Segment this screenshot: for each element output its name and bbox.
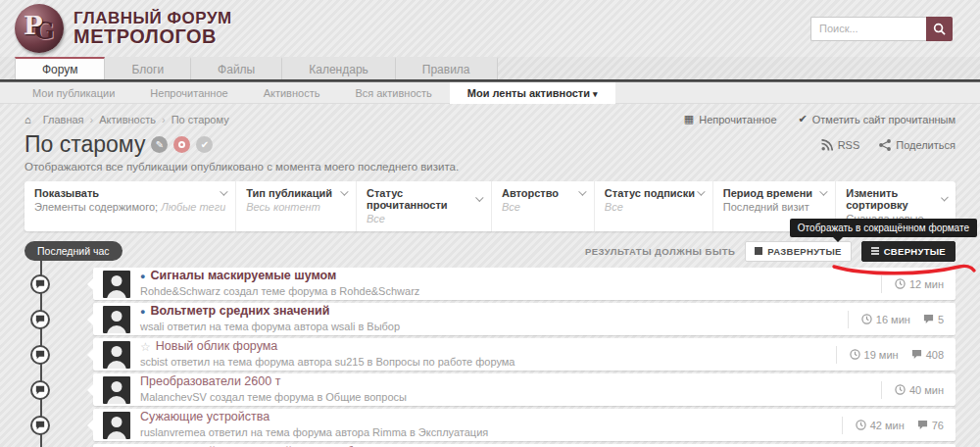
tab-calendar[interactable]: Календарь <box>282 57 396 79</box>
clock-icon <box>895 384 906 395</box>
subnav-activity[interactable]: Активность <box>246 87 338 99</box>
primary-tab-bar: Форум Блоги Файлы Календарь Правила <box>0 57 980 79</box>
topic-link[interactable]: Сигналы маскируемые шумом <box>150 269 336 284</box>
activity-description: wsali ответил на тема форума автора wsal… <box>140 321 400 334</box>
chevron-down-icon <box>697 187 705 195</box>
divider <box>848 311 849 328</box>
comment-count[interactable]: 5 <box>923 314 944 325</box>
activity-card: Сужающие устройства ruslanvremea ответил… <box>93 409 956 441</box>
comment-icon <box>923 314 934 324</box>
activity-row: Сужающие устройства ruslanvremea ответил… <box>93 409 956 441</box>
avatar[interactable] <box>103 376 130 404</box>
chevron-down-icon <box>819 187 827 195</box>
comment-bubble-icon <box>30 274 50 294</box>
rss-icon <box>821 139 833 151</box>
comment-icon <box>911 349 922 360</box>
timestamp: 19 мин <box>850 349 899 361</box>
top-actions: ▦ Непрочитанное ✔ Отметить сайт прочитан… <box>684 113 956 125</box>
condensed-format-button[interactable]: СВЕРНУТЫЕ <box>861 241 956 262</box>
site-header: G Р ГЛАВНЫЙ ФОРУМ МЕТРОЛОГОВ <box>0 0 980 57</box>
clock-icon <box>850 349 860 360</box>
timestamp: 40 мин <box>895 384 944 396</box>
divider <box>836 346 837 364</box>
search-input[interactable] <box>810 17 926 41</box>
activity-description: scbist ответил на тема форума автора su2… <box>140 356 514 370</box>
activity-card: Преобразователи 2600 т MalanchevSV созда… <box>93 373 956 406</box>
unread-content-link[interactable]: ▦ Непрочитанное <box>684 113 777 125</box>
search-button[interactable] <box>926 17 953 41</box>
page-title-row: По старому ✎ ✔ RSS Поделиться <box>24 131 956 158</box>
avatar[interactable] <box>103 412 130 439</box>
subnav-unread[interactable]: Непрочитанное <box>132 87 245 99</box>
chevron-down-icon <box>220 187 227 195</box>
share-link[interactable]: Поделиться <box>879 139 956 151</box>
clock-icon <box>856 420 866 430</box>
tab-files[interactable]: Файлы <box>191 57 282 79</box>
filter-follow-status[interactable]: Статус подписки Все <box>594 181 712 231</box>
comment-count[interactable]: 408 <box>911 349 944 361</box>
logo-sphere-icon: G Р <box>15 4 64 53</box>
topic-link[interactable]: Вольтметр средних значений <box>150 304 329 320</box>
activity-row: Преобразователи 2600 т MalanchevSV созда… <box>93 373 956 406</box>
timestamp: 16 мин <box>861 314 910 325</box>
secondary-nav: Мои публикации Непрочитанное Активность … <box>0 82 980 104</box>
comment-bubble-icon <box>30 380 50 400</box>
tab-forum[interactable]: Форум <box>15 57 105 79</box>
breadcrumb-activity[interactable]: Активность <box>99 114 156 125</box>
topic-link[interactable]: Новый облик форума <box>156 339 278 355</box>
unread-dot-icon[interactable]: ● <box>140 273 145 281</box>
topic-link[interactable]: Сужающие устройства <box>140 410 270 425</box>
unfollow-stream-icon[interactable] <box>173 136 190 153</box>
edit-stream-icon[interactable]: ✎ <box>151 136 168 153</box>
chevron-down-icon <box>340 187 348 195</box>
comment-bubble-icon <box>30 310 50 329</box>
subnav-my-posts[interactable]: Мои публикации <box>15 87 132 99</box>
unread-dot-icon[interactable]: ● <box>140 308 145 317</box>
site-logo[interactable]: G Р ГЛАВНЫЙ ФОРУМ МЕТРОЛОГОВ <box>15 4 232 53</box>
mark-site-read-link[interactable]: ✔ Отметить сайт прочитанным <box>799 113 956 125</box>
divider <box>881 275 882 293</box>
tab-rules[interactable]: Правила <box>396 57 498 79</box>
timestamp: 42 мин <box>856 420 905 431</box>
chevron-down-icon <box>941 194 949 202</box>
breadcrumb-separator: › <box>90 114 94 125</box>
search-bar <box>810 17 953 41</box>
condensed-tooltip: Отображать в сокращённом формате <box>790 219 977 237</box>
chevron-down-icon <box>476 194 484 202</box>
comment-count[interactable]: 76 <box>917 420 944 431</box>
default-stream-icon[interactable]: ✔ <box>196 136 213 153</box>
filter-read-status[interactable]: Статус прочитанности Все <box>356 181 491 231</box>
avatar[interactable] <box>103 271 130 298</box>
breadcrumb-row: ⌂ Главная › Активность › По старому ▦ Не… <box>24 113 956 125</box>
divider <box>881 381 882 399</box>
rss-link[interactable]: RSS <box>821 139 860 151</box>
filter-content-type[interactable]: Тип публикаций Весь контент <box>235 181 356 231</box>
home-icon[interactable]: ⌂ <box>24 114 31 125</box>
comment-bubble-icon <box>30 416 50 435</box>
logo-line1: ГЛАВНЫЙ ФОРУМ <box>74 10 232 27</box>
chevron-down-icon: ▾ <box>593 89 598 99</box>
clock-icon <box>895 278 906 289</box>
grid-icon: ▦ <box>684 113 694 125</box>
activity-stream: Последний час РЕЗУЛЬТАТЫ ДОЛЖНЫ БЫТЬ РАЗ… <box>24 239 956 447</box>
star-icon[interactable]: ☆ <box>140 341 151 353</box>
breadcrumb-home[interactable]: Главная <box>43 114 84 125</box>
avatar[interactable] <box>103 306 130 333</box>
chevron-down-icon <box>578 187 586 195</box>
topic-link[interactable]: Преобразователи 2600 т <box>140 374 280 390</box>
activity-description: ruslanvremea ответил на тема форума авто… <box>140 426 488 440</box>
stream-description: Отображаются все публикации опубликовано… <box>24 161 956 173</box>
avatar[interactable] <box>103 341 130 369</box>
comment-bubble-icon <box>30 345 50 365</box>
subnav-my-activity-streams[interactable]: Мои ленты активности▾ <box>450 82 615 104</box>
tab-blogs[interactable]: Блоги <box>105 57 191 79</box>
check-icon: ✔ <box>799 113 808 125</box>
filter-authorship[interactable]: Авторство Все <box>491 181 594 231</box>
timestamp: 12 мин <box>895 278 944 290</box>
subnav-all-activity[interactable]: Вся активность <box>337 87 449 99</box>
filter-show[interactable]: Показывать Элементы содержимого; Любые т… <box>24 181 235 231</box>
time-period-badge: Последний час <box>24 241 122 261</box>
divider <box>842 417 843 434</box>
activity-card: ● Сигналы маскируемые шумом Rohde&Schwar… <box>93 268 956 300</box>
activity-description: MalanchevSV создал теме форума в Общие в… <box>140 391 407 405</box>
